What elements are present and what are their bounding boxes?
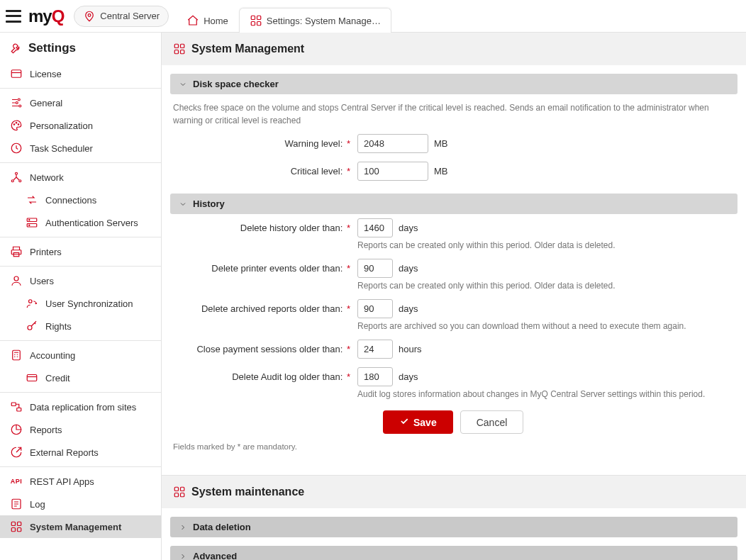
page-title: System Management xyxy=(162,33,746,65)
sidebar-item-data-replication[interactable]: Data replication from sites xyxy=(0,396,161,418)
chevron-right-icon xyxy=(179,523,187,532)
svg-rect-20 xyxy=(11,250,21,254)
tab-home[interactable]: Home xyxy=(176,8,239,33)
sidebar-item-external-reports[interactable]: External Reports xyxy=(0,441,161,464)
main: System Management Disk space checker Che… xyxy=(162,33,746,560)
svg-point-14 xyxy=(11,180,13,182)
hint: Audit log stores information about chang… xyxy=(357,389,705,399)
key-icon xyxy=(26,320,38,332)
sidebar-item-license[interactable]: License xyxy=(0,62,161,85)
hint: Reports are archived so you can download… xyxy=(357,321,686,331)
sync-icon xyxy=(26,297,38,310)
section-advanced[interactable]: Advanced xyxy=(170,546,737,560)
menu-icon[interactable] xyxy=(6,10,21,23)
sidebar-item-rest-api[interactable]: API REST API Apps xyxy=(0,470,161,493)
external-icon xyxy=(10,446,23,459)
sidebar-item-rights[interactable]: Rights xyxy=(0,315,161,337)
replication-icon xyxy=(10,401,23,413)
svg-rect-41 xyxy=(181,493,184,497)
server-chip-label: Central Server xyxy=(100,11,160,21)
svg-point-23 xyxy=(29,300,33,303)
delete-history-label: Delete history older than: * xyxy=(173,218,350,233)
system-maintenance-title: System maintenance xyxy=(162,475,746,508)
sidebar-item-system-management[interactable]: System Management xyxy=(0,515,161,538)
sidebar-item-credit[interactable]: Credit xyxy=(0,366,161,389)
sidebar-item-connections[interactable]: Connections xyxy=(0,189,161,211)
svg-rect-30 xyxy=(11,522,15,525)
log-icon xyxy=(10,498,23,510)
sidebar-item-log[interactable]: Log xyxy=(0,493,161,515)
svg-rect-35 xyxy=(181,44,184,47)
svg-rect-31 xyxy=(18,522,21,525)
disk-description: Checks free space on the volume and stop… xyxy=(170,94,737,130)
svg-rect-2 xyxy=(257,16,260,19)
chevron-right-icon xyxy=(179,552,187,561)
sidebar-item-accounting[interactable]: Accounting xyxy=(0,344,161,366)
svg-rect-1 xyxy=(251,16,255,19)
sidebar-item-reports[interactable]: Reports xyxy=(0,418,161,441)
critical-level-label: Critical level: * xyxy=(173,162,350,177)
critical-level-input[interactable] xyxy=(357,162,428,181)
svg-rect-4 xyxy=(257,22,260,26)
section-disk-space[interactable]: Disk space checker xyxy=(170,74,737,94)
warning-level-input[interactable] xyxy=(357,134,428,153)
chevron-down-icon xyxy=(179,200,187,208)
sidebar-item-user-sync[interactable]: User Synchronization xyxy=(0,292,161,315)
unit-label: MB xyxy=(434,138,448,149)
mandatory-note: Fields marked by * are mandatory. xyxy=(170,438,737,451)
card-icon xyxy=(10,67,23,80)
section-history[interactable]: History xyxy=(170,194,737,214)
top-bar: myQ Central Server Home Settings: System… xyxy=(0,0,746,33)
svg-point-11 xyxy=(18,124,19,125)
save-button[interactable]: Save xyxy=(383,410,453,434)
sidebar-item-printers[interactable]: Printers xyxy=(0,240,161,263)
delete-archived-reports-input[interactable] xyxy=(357,299,393,318)
tabs: Home Settings: System Manage… xyxy=(176,0,391,32)
delete-history-input[interactable] xyxy=(357,218,393,237)
svg-rect-32 xyxy=(11,528,15,532)
calculator-icon xyxy=(10,349,23,362)
sidebar-item-general[interactable]: General xyxy=(0,91,161,114)
svg-point-18 xyxy=(29,220,30,220)
printer-icon xyxy=(10,245,23,258)
svg-rect-37 xyxy=(181,50,184,54)
svg-point-15 xyxy=(19,180,21,182)
sidebar-item-task-scheduler[interactable]: Task Scheduler xyxy=(0,137,161,159)
delete-printer-events-label: Delete printer events older than: * xyxy=(173,259,350,274)
home-icon xyxy=(186,14,199,27)
apps-icon xyxy=(173,486,186,498)
logo: myQ xyxy=(28,6,64,26)
cancel-button[interactable]: Cancel xyxy=(460,410,524,434)
palette-icon xyxy=(10,119,23,132)
svg-rect-27 xyxy=(11,403,16,406)
tab-label: Settings: System Manage… xyxy=(267,16,381,26)
delete-printer-events-input[interactable] xyxy=(357,259,393,278)
location-icon xyxy=(83,10,96,23)
close-payment-input[interactable] xyxy=(357,340,393,359)
hint: Reports can be created only within this … xyxy=(357,240,616,250)
tab-settings-system-management[interactable]: Settings: System Manage… xyxy=(239,8,391,33)
svg-rect-26 xyxy=(27,375,37,381)
swap-icon xyxy=(26,194,38,206)
sidebar: Settings License General Personalization… xyxy=(0,33,162,560)
svg-rect-3 xyxy=(251,22,255,26)
api-icon: API xyxy=(10,475,23,488)
sidebar-item-network[interactable]: Network xyxy=(0,166,161,189)
chevron-down-icon xyxy=(179,80,187,89)
svg-rect-5 xyxy=(11,70,21,78)
close-payment-label: Close payment sessions older than: * xyxy=(173,340,350,354)
delete-audit-log-input[interactable] xyxy=(357,367,393,386)
sidebar-title: Settings xyxy=(0,33,161,62)
sidebar-item-users[interactable]: Users xyxy=(0,269,161,292)
svg-point-13 xyxy=(16,172,18,174)
svg-rect-33 xyxy=(18,528,21,532)
svg-point-6 xyxy=(18,99,20,101)
section-data-deletion[interactable]: Data deletion xyxy=(170,517,737,537)
check-icon xyxy=(399,416,409,428)
server-chip[interactable]: Central Server xyxy=(74,6,169,27)
sidebar-item-personalization[interactable]: Personalization xyxy=(0,114,161,137)
sidebar-item-auth-servers[interactable]: Authentication Servers xyxy=(0,211,161,234)
svg-point-24 xyxy=(28,325,32,330)
delete-archived-reports-label: Delete archived reports older than: * xyxy=(173,299,350,314)
svg-rect-36 xyxy=(174,50,178,54)
